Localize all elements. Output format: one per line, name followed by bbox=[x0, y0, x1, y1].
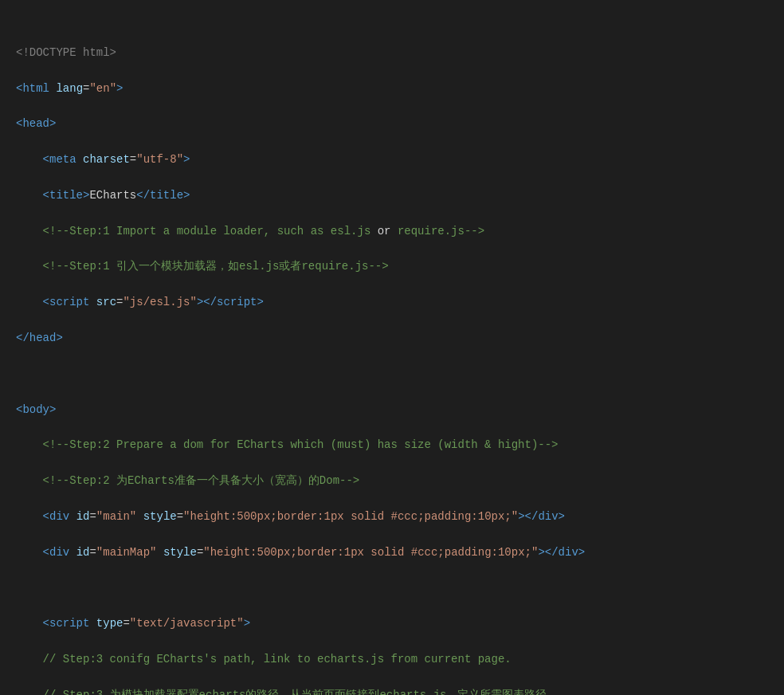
line-13: <div id="main" style="height:500px;borde… bbox=[16, 508, 768, 525]
line-17: // Step:3 为模块加载器配置echarts的路径，从当前页面链接到ech… bbox=[16, 686, 768, 695]
line-2: <html lang="en"> bbox=[16, 80, 768, 97]
line-11: <!--Step:2 Prepare a dom for ECharts whi… bbox=[16, 436, 768, 454]
line-4: <meta charset="utf-8"> bbox=[16, 151, 768, 168]
line-12: <!--Step:2 为ECharts准备一个具备大小（宽高）的Dom--> bbox=[16, 472, 768, 489]
line-14: <div id="mainMap" style="height:500px;bo… bbox=[16, 544, 768, 561]
line-15: <script type="text/javascript"> bbox=[16, 615, 768, 632]
code-editor: <!DOCTYPE html> <html lang="en"> <head> … bbox=[16, 8, 768, 695]
line-3: <head> bbox=[16, 115, 768, 132]
line-1: <!DOCTYPE html> bbox=[16, 44, 768, 61]
line-8: <script src="js/esl.js"></script> bbox=[16, 293, 768, 311]
line-blank-2 bbox=[16, 579, 768, 597]
line-9: </head> bbox=[16, 329, 768, 347]
line-6: <!--Step:1 Import a module loader, such … bbox=[16, 222, 768, 240]
line-7: <!--Step:1 引入一个模块加载器，如esl.js或者require.js… bbox=[16, 257, 768, 275]
line-5: <title>ECharts</title> bbox=[16, 187, 768, 204]
line-16: // Step:3 conifg ECharts's path, link to… bbox=[16, 650, 768, 668]
line-10: <body> bbox=[16, 401, 768, 418]
line-blank-1 bbox=[16, 365, 768, 383]
